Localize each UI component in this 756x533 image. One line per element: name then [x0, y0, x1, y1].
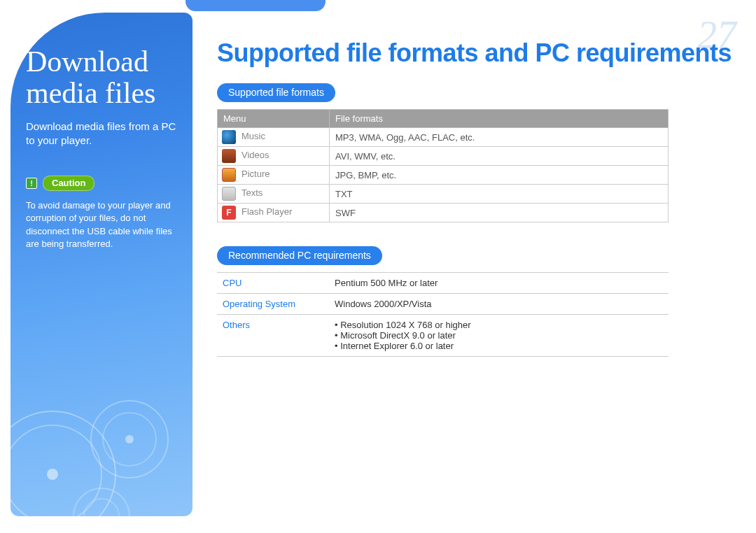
- sidebar-title-line1: Download: [26, 45, 148, 78]
- formats-header-formats: File formats: [330, 110, 668, 128]
- formats-cell: MP3, WMA, Ogg, AAC, FLAC, etc.: [330, 128, 668, 147]
- formats-cell: TXT: [330, 185, 668, 204]
- table-row: TextsTXT: [218, 185, 668, 204]
- requirement-value: Windows 2000/XP/Vista: [329, 294, 668, 315]
- svg-point-1: [10, 425, 102, 516]
- svg-point-3: [91, 401, 168, 478]
- flash-icon: F: [222, 206, 236, 220]
- top-tab-decoration: [186, 0, 326, 11]
- sidebar-title: Download media files: [26, 46, 177, 110]
- table-row: OthersResolution 1024 X 768 or higherMic…: [217, 315, 668, 357]
- caution-text: To avoid damage to your player and corru…: [26, 199, 177, 250]
- caution-icon: !: [26, 178, 37, 189]
- table-row: MusicMP3, WMA, Ogg, AAC, FLAC, etc.: [218, 128, 668, 147]
- svg-point-7: [84, 499, 119, 516]
- requirement-value: Resolution 1024 X 768 or higherMicrosoft…: [329, 315, 668, 357]
- menu-cell: Videos: [218, 147, 330, 166]
- list-item: Microsoft DirectX 9.0 or later: [335, 330, 663, 341]
- requirement-label: Others: [217, 315, 329, 357]
- list-item: Internet Explorer 6.0 or later: [335, 341, 663, 351]
- table-row: CPUPentium 500 MHz or later: [217, 273, 668, 294]
- formats-table: Menu File formats MusicMP3, WMA, Ogg, AA…: [217, 109, 668, 222]
- requirement-value: Pentium 500 MHz or later: [329, 273, 668, 294]
- main-title: Supported file formats and PC requiremen…: [217, 38, 735, 68]
- table-row: VideosAVI, WMV, etc.: [218, 147, 668, 166]
- list-item: Resolution 1024 X 768 or higher: [335, 320, 663, 330]
- svg-point-5: [125, 435, 134, 443]
- texts-icon: [222, 187, 236, 201]
- section-badge-file-formats: Supported file formats: [217, 83, 335, 102]
- formats-header-menu: Menu: [218, 110, 330, 128]
- music-icon: [222, 130, 236, 144]
- menu-cell: FFlash Player: [218, 204, 330, 222]
- requirement-label: Operating System: [217, 294, 329, 315]
- svg-point-6: [74, 488, 130, 516]
- caution-badge: Caution: [43, 176, 94, 191]
- videos-icon: [222, 149, 236, 163]
- menu-label: Picture: [241, 169, 270, 179]
- formats-cell: AVI, WMV, etc.: [330, 147, 668, 166]
- sidebar-subtitle: Download media files from a PC to your p…: [26, 120, 177, 148]
- requirement-label: CPU: [217, 273, 329, 294]
- section-badge-pc-requirements: Recommended PC requirements: [217, 246, 382, 265]
- menu-cell: Texts: [218, 185, 330, 204]
- table-row: FFlash PlayerSWF: [218, 204, 668, 222]
- formats-cell: SWF: [330, 204, 668, 222]
- menu-label: Texts: [241, 187, 262, 198]
- menu-label: Music: [241, 131, 265, 141]
- sidebar: Download media files Download media file…: [10, 13, 192, 516]
- formats-cell: JPG, BMP, etc.: [330, 166, 668, 185]
- main-content: Supported file formats and PC requiremen…: [217, 38, 735, 357]
- menu-label: Flash Player: [241, 206, 292, 217]
- sidebar-title-line2: media files: [26, 77, 155, 109]
- menu-cell: Music: [218, 128, 330, 147]
- decorative-circles: [10, 334, 192, 516]
- caution-row: ! Caution: [26, 176, 177, 191]
- picture-icon: [222, 168, 236, 182]
- requirements-table: CPUPentium 500 MHz or laterOperating Sys…: [217, 272, 668, 357]
- svg-point-2: [47, 469, 58, 480]
- svg-point-0: [10, 411, 115, 516]
- menu-cell: Picture: [218, 166, 330, 185]
- table-row: Operating SystemWindows 2000/XP/Vista: [217, 294, 668, 315]
- svg-point-4: [103, 413, 156, 466]
- menu-label: Videos: [241, 150, 270, 160]
- table-row: PictureJPG, BMP, etc.: [218, 166, 668, 185]
